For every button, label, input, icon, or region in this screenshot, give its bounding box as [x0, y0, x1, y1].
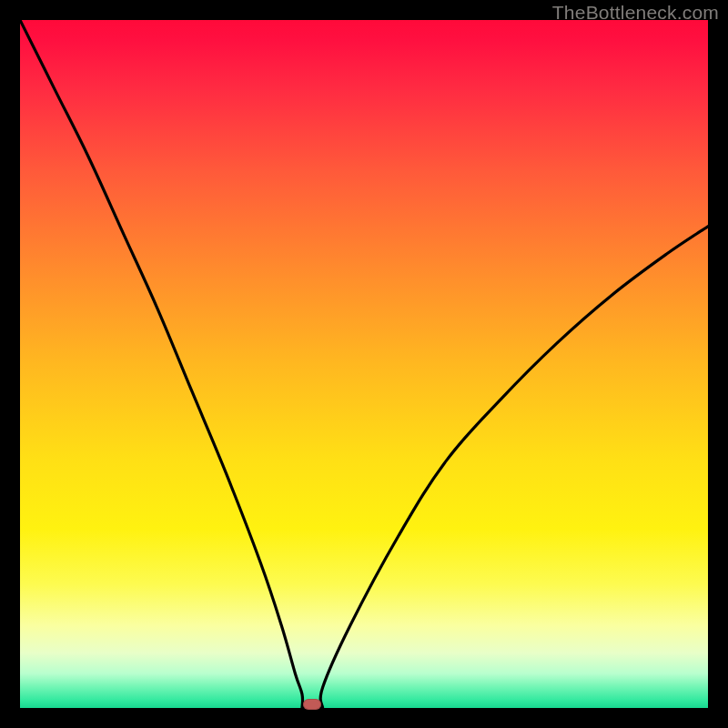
minimum-marker — [303, 699, 321, 710]
watermark-text: TheBottleneck.com — [552, 2, 719, 24]
plot-area — [20, 20, 708, 708]
bottleneck-curve — [20, 20, 708, 708]
